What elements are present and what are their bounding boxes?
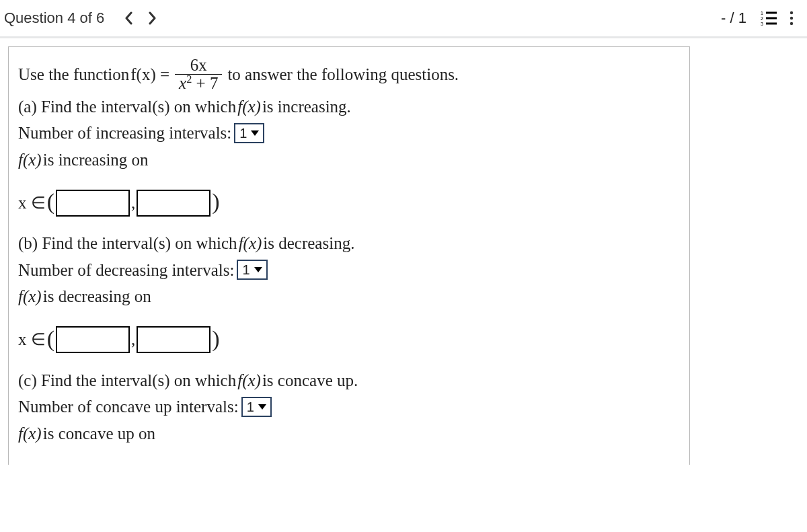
score: - / 1: [721, 9, 746, 27]
svg-text:3: 3: [761, 22, 763, 26]
question-list-button[interactable]: 1 2 3: [757, 7, 780, 30]
frac-numerator: 6x: [190, 56, 207, 74]
increasing-lower-input[interactable]: [56, 190, 130, 217]
open-paren: (: [47, 321, 54, 356]
svg-text:1: 1: [761, 11, 763, 15]
svg-point-6: [790, 11, 793, 14]
svg-point-7: [790, 17, 793, 20]
part-b-stmt-fx: f(x): [18, 284, 42, 309]
decreasing-intervals-value: 1: [242, 262, 249, 277]
part-b-count-row: Number of decreasing intervals: 1: [18, 258, 680, 283]
frac-den-plus: + 7: [192, 74, 218, 92]
part-c-label: (c) Find the interval(s) on which: [18, 368, 236, 393]
part-c-tail: is concave up.: [262, 368, 358, 393]
part-b-x-in: x ∈: [18, 327, 46, 352]
part-b-prompt: (b) Find the interval(s) on which f(x) i…: [18, 231, 680, 256]
part-c-prompt: (c) Find the interval(s) on which f(x) i…: [18, 368, 680, 393]
decreasing-lower-input[interactable]: [56, 326, 130, 353]
intro-text-after: to answer the following questions.: [227, 62, 459, 87]
open-paren: (: [47, 184, 54, 219]
func-lhs: f(x) =: [130, 62, 169, 87]
part-c-count-row: Number of concave up intervals: 1: [18, 394, 680, 420]
part-c-stmt-fx: f(x): [18, 421, 42, 447]
part-b-statement: f(x) is decreasing on: [18, 284, 680, 309]
part-b-fx: f(x): [239, 231, 262, 256]
problem-intro: Use the function f(x) = 6x x2 + 7 to ans…: [18, 56, 680, 93]
decreasing-intervals-select[interactable]: 1: [237, 260, 267, 280]
comma: ,: [131, 327, 135, 352]
caret-down-icon: [251, 130, 259, 136]
part-c-statement: f(x) is concave up on: [18, 421, 680, 447]
prev-question-button[interactable]: [118, 7, 141, 30]
part-b-label: (b) Find the interval(s) on which: [18, 231, 237, 256]
more-vertical-icon: [783, 10, 800, 26]
comma: ,: [131, 190, 135, 216]
part-a-fx: f(x): [237, 94, 261, 120]
concaveup-intervals-value: 1: [247, 400, 254, 414]
intro-text-before: Use the function: [18, 62, 129, 87]
increasing-upper-input[interactable]: [137, 190, 210, 217]
part-a-statement: f(x) is increasing on: [18, 147, 680, 173]
part-a-x-in: x ∈: [18, 190, 46, 216]
increasing-intervals-value: 1: [239, 126, 247, 141]
caret-down-icon: [254, 267, 262, 272]
numbered-list-icon: 1 2 3: [761, 10, 777, 26]
svg-text:2: 2: [761, 16, 763, 21]
part-c-count-label: Number of concave up intervals:: [18, 394, 239, 420]
concaveup-intervals-select[interactable]: 1: [241, 397, 272, 417]
increasing-intervals-select[interactable]: 1: [234, 123, 264, 143]
part-a-label: (a) Find the interval(s) on which: [18, 94, 236, 120]
part-a-tail: is increasing.: [262, 94, 351, 120]
part-a-count-row: Number of increasing intervals: 1: [18, 120, 680, 146]
fraction: 6x x2 + 7: [175, 56, 222, 93]
chevron-left-icon: [124, 11, 134, 25]
svg-point-8: [790, 22, 793, 25]
content: Use the function f(x) = 6x x2 + 7 to ans…: [0, 38, 807, 465]
frac-den-x: x: [179, 74, 186, 92]
header: Question 4 of 6 - / 1 1 2 3: [0, 0, 807, 38]
part-a-count-label: Number of increasing intervals:: [18, 120, 231, 146]
part-b-count-label: Number of decreasing intervals:: [18, 258, 234, 283]
part-c-stmt-tail: is concave up on: [43, 421, 155, 447]
part-a-stmt-fx: f(x): [18, 147, 42, 173]
decreasing-upper-input[interactable]: [137, 326, 210, 353]
part-a-prompt: (a) Find the interval(s) on which f(x) i…: [18, 94, 680, 120]
close-paren: ): [212, 184, 219, 219]
part-b-interval: x ∈ ( , ): [18, 323, 680, 357]
part-a-stmt-tail: is increasing on: [43, 147, 149, 173]
question-card: Use the function f(x) = 6x x2 + 7 to ans…: [8, 46, 690, 465]
chevron-right-icon: [147, 11, 157, 25]
caret-down-icon: [258, 404, 266, 410]
part-b-tail: is decreasing.: [263, 231, 354, 256]
part-b-stmt-tail: is decreasing on: [43, 284, 151, 309]
next-question-button[interactable]: [141, 7, 163, 30]
close-paren: ): [212, 321, 219, 356]
part-a-interval: x ∈ ( , ): [18, 186, 680, 220]
more-menu-button[interactable]: [780, 7, 803, 30]
question-label: Question 4 of 6: [4, 9, 104, 27]
part-c-fx: f(x): [237, 368, 261, 393]
